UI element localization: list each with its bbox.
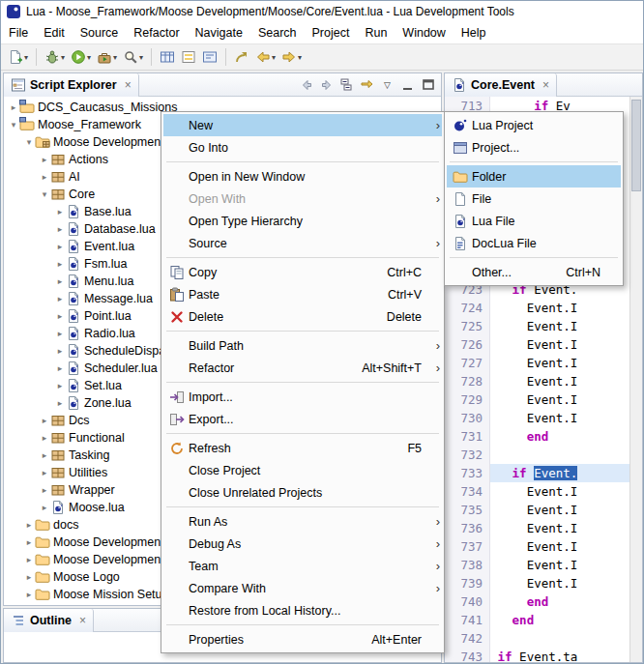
minimize-button[interactable] bbox=[398, 75, 417, 94]
maximize-button[interactable] bbox=[419, 75, 437, 94]
new-submenu-item-project[interactable]: Project... bbox=[447, 136, 621, 159]
menubar-item-project[interactable]: Project bbox=[305, 23, 358, 43]
context-menu-item-team[interactable]: Team› bbox=[163, 555, 442, 577]
new-submenu-item-other[interactable]: Other...Ctrl+N bbox=[447, 261, 621, 283]
code-text[interactable]: Event.I bbox=[490, 354, 642, 372]
last-edit-button[interactable] bbox=[231, 45, 252, 69]
expand-arrow-icon[interactable]: ▸ bbox=[39, 155, 50, 164]
context-menu-item-refactor[interactable]: RefactorAlt+Shift+T› bbox=[163, 357, 442, 379]
new-wizard-button[interactable]: ▾ bbox=[5, 45, 31, 69]
expand-arrow-icon[interactable]: ▸ bbox=[54, 346, 66, 356]
menubar-item-refactor[interactable]: Refactor bbox=[126, 23, 187, 43]
menubar-item-file[interactable]: File bbox=[1, 23, 36, 43]
expand-arrow-icon[interactable]: ▸ bbox=[23, 555, 35, 564]
editor-scrollbar[interactable] bbox=[629, 97, 642, 662]
context-menu-item-paste[interactable]: PasteCtrl+V bbox=[163, 283, 442, 305]
debug-button[interactable]: ▾ bbox=[42, 45, 68, 69]
code-text[interactable]: end bbox=[490, 611, 642, 629]
search-button[interactable]: ▾ bbox=[120, 45, 146, 69]
expand-arrow-icon[interactable]: ▾ bbox=[8, 120, 19, 130]
context-menu-item-refresh[interactable]: RefreshF5 bbox=[163, 437, 442, 459]
context-menu-item-debug-as[interactable]: Debug As› bbox=[163, 533, 442, 555]
expand-arrow-icon[interactable]: ▸ bbox=[39, 503, 50, 512]
expand-arrow-icon[interactable]: ▸ bbox=[54, 259, 66, 269]
new-submenu-item-lua-file[interactable]: Lua File bbox=[447, 210, 621, 232]
back-nav-button[interactable] bbox=[297, 75, 315, 94]
back-button[interactable]: ▾ bbox=[252, 45, 278, 69]
menubar-item-edit[interactable]: Edit bbox=[36, 23, 73, 43]
code-text[interactable]: Event.I bbox=[490, 299, 642, 317]
context-menu-item-build-path[interactable]: Build Path› bbox=[163, 334, 442, 357]
menubar-item-navigate[interactable]: Navigate bbox=[188, 23, 250, 43]
context-menu-item-close-project[interactable]: Close Project bbox=[163, 459, 442, 481]
code-text[interactable]: Event.I bbox=[490, 317, 642, 335]
whitespace-button[interactable] bbox=[199, 45, 220, 69]
context-menu-item-open-type-hierarchy[interactable]: Open Type Hierarchy bbox=[163, 210, 442, 232]
context-menu-item-properties[interactable]: PropertiesAlt+Enter bbox=[163, 628, 442, 650]
menubar-item-help[interactable]: Help bbox=[454, 23, 494, 43]
expand-arrow-icon[interactable]: ▸ bbox=[54, 311, 66, 321]
context-menu-item-source[interactable]: Source› bbox=[163, 232, 442, 254]
expand-arrow-icon[interactable]: ▸ bbox=[54, 294, 66, 303]
code-text[interactable]: Event.I bbox=[490, 335, 642, 354]
menubar-item-source[interactable]: Source bbox=[73, 23, 127, 43]
menubar-item-search[interactable]: Search bbox=[250, 23, 305, 43]
external-tools-button[interactable]: ▾ bbox=[94, 45, 120, 69]
context-menu-item-export[interactable]: Export... bbox=[163, 408, 442, 430]
expand-arrow-icon[interactable]: ▸ bbox=[23, 537, 35, 547]
menubar-item-window[interactable]: Window bbox=[395, 23, 453, 43]
context-menu-item-open-with[interactable]: Open With› bbox=[163, 188, 442, 210]
expand-arrow-icon[interactable]: ▸ bbox=[39, 416, 50, 425]
code-text[interactable]: Event.I bbox=[490, 390, 642, 409]
expand-arrow-icon[interactable]: ▸ bbox=[54, 242, 66, 251]
code-text[interactable]: Event.I bbox=[490, 482, 642, 501]
new-submenu-item-doclua-file[interactable]: DocLua File bbox=[447, 232, 621, 254]
expand-arrow-icon[interactable]: ▸ bbox=[54, 276, 66, 286]
context-menu-item-run-as[interactable]: Run As› bbox=[163, 510, 442, 533]
link-editor-button[interactable] bbox=[358, 75, 376, 94]
close-icon[interactable]: × bbox=[79, 614, 86, 627]
new-submenu-item-file[interactable]: File bbox=[447, 188, 621, 210]
script-explorer-tab[interactable]: Script Explorer × bbox=[4, 73, 139, 97]
context-menu-item-new[interactable]: New› bbox=[163, 114, 442, 136]
outline-tab[interactable]: Outline × bbox=[4, 609, 94, 632]
code-text[interactable]: if Event. bbox=[490, 464, 642, 482]
code-text[interactable]: Event.I bbox=[490, 501, 642, 519]
expand-arrow-icon[interactable]: ▸ bbox=[23, 590, 35, 599]
code-text[interactable]: Event.I bbox=[490, 372, 642, 390]
expand-arrow-icon[interactable]: ▸ bbox=[39, 468, 50, 477]
collapse-all-button[interactable] bbox=[337, 75, 356, 94]
expand-arrow-icon[interactable]: ▸ bbox=[54, 398, 66, 408]
code-text[interactable] bbox=[490, 629, 642, 648]
code-text[interactable]: Event.I bbox=[490, 574, 642, 592]
view-menu-button[interactable]: ▽ bbox=[378, 75, 396, 94]
code-text[interactable]: end bbox=[490, 427, 642, 446]
expand-arrow-icon[interactable]: ▾ bbox=[23, 137, 35, 147]
code-text[interactable]: Event.I bbox=[490, 537, 642, 556]
forward-nav-button[interactable] bbox=[317, 75, 336, 94]
code-text[interactable]: end bbox=[490, 592, 642, 611]
new-submenu-item-folder[interactable]: Folder bbox=[447, 165, 621, 188]
expand-arrow-icon[interactable]: ▸ bbox=[8, 102, 19, 112]
expand-arrow-icon[interactable]: ▸ bbox=[23, 520, 35, 530]
context-menu-item-open-in-new-window[interactable]: Open in New Window bbox=[163, 165, 442, 188]
expand-arrow-icon[interactable]: ▸ bbox=[54, 207, 66, 217]
code-text[interactable]: Event.I bbox=[490, 409, 642, 427]
expand-arrow-icon[interactable]: ▸ bbox=[54, 329, 66, 338]
expand-arrow-icon[interactable]: ▾ bbox=[39, 189, 50, 199]
forward-button[interactable]: ▾ bbox=[278, 45, 305, 69]
expand-arrow-icon[interactable]: ▸ bbox=[23, 572, 35, 582]
new-submenu-item-lua-project[interactable]: Lua Project bbox=[447, 114, 621, 136]
close-icon[interactable]: × bbox=[125, 78, 132, 92]
expand-arrow-icon[interactable]: ▸ bbox=[39, 172, 50, 182]
context-menu-item-go-into[interactable]: Go Into bbox=[163, 136, 442, 159]
table-button[interactable] bbox=[157, 45, 178, 69]
context-menu-item-import[interactable]: Import... bbox=[163, 386, 442, 408]
expand-arrow-icon[interactable]: ▸ bbox=[39, 450, 50, 460]
context-menu-item-copy[interactable]: CopyCtrl+C bbox=[163, 261, 442, 283]
context-menu-item-restore-from-local-history[interactable]: Restore from Local History... bbox=[163, 599, 442, 621]
code-text[interactable] bbox=[490, 446, 642, 464]
close-icon[interactable]: × bbox=[542, 78, 549, 92]
context-menu-item-compare-with[interactable]: Compare With› bbox=[163, 577, 442, 599]
editor-scrollbar-thumb[interactable] bbox=[631, 100, 641, 191]
